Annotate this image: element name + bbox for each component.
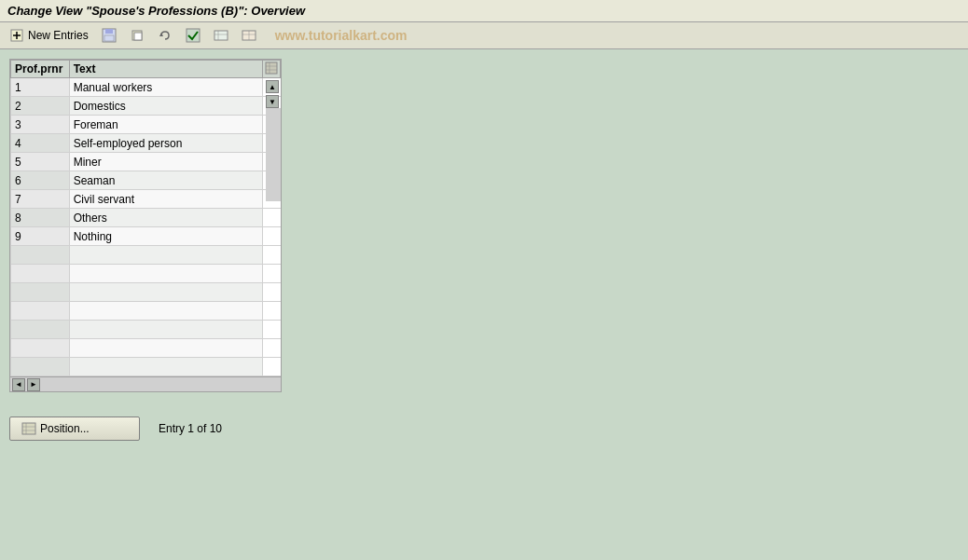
table-row[interactable]: 1Manual workers <box>11 78 281 97</box>
table-body: 1Manual workers2Domestics3Foreman4Self-e… <box>11 78 281 376</box>
table-row[interactable] <box>11 265 281 283</box>
table-row[interactable]: 3Foreman <box>11 116 281 134</box>
svg-rect-4 <box>105 29 113 34</box>
table-row[interactable]: 4Self-employed person <box>11 134 281 153</box>
check-icon <box>186 28 201 43</box>
new-entries-label: New Entries <box>28 29 89 42</box>
col-header-text: Text <box>69 61 263 78</box>
cell-text: Seaman <box>69 171 263 190</box>
col-header-icon[interactable] <box>263 61 281 78</box>
cell-prof-prnr <box>11 283 70 302</box>
cell-text: Self-employed person <box>69 134 263 153</box>
cell-prof-prnr: 6 <box>11 171 70 190</box>
cell-text: Manual workers <box>69 78 263 97</box>
cell-prof-prnr: 7 <box>11 190 70 209</box>
cell-text <box>69 265 263 283</box>
save-button[interactable] <box>98 26 120 45</box>
cell-text <box>69 302 263 321</box>
watermark: www.tutorialkart.com <box>275 28 408 43</box>
position-button-label: Position... <box>40 422 90 435</box>
table-row[interactable]: 6Seaman <box>11 171 281 190</box>
svg-rect-20 <box>22 423 35 434</box>
undo-button[interactable] <box>154 26 176 45</box>
new-entries-icon <box>9 28 24 43</box>
cell-text <box>69 339 263 358</box>
page-title: Change View "Spouse's Professions (B)": … <box>7 4 305 18</box>
toolbar-icon-3[interactable] <box>182 26 204 45</box>
cell-prof-prnr <box>11 302 70 321</box>
cell-text: Others <box>69 209 263 227</box>
table-row[interactable] <box>11 358 281 376</box>
scroll-left-button[interactable]: ◄ <box>12 378 25 391</box>
table-row[interactable]: 2Domestics <box>11 97 281 116</box>
table-row[interactable] <box>11 302 281 321</box>
scroll-up-button[interactable]: ▲ <box>266 80 279 93</box>
scroll-right-button[interactable]: ► <box>27 378 40 391</box>
cell-prof-prnr: 2 <box>11 97 70 116</box>
scroll-down-button[interactable]: ▼ <box>266 95 279 108</box>
cell-prof-prnr: 3 <box>11 116 70 134</box>
new-entries-button[interactable]: New Entries <box>6 26 92 45</box>
position-icon <box>21 421 36 436</box>
table-row[interactable]: 5Miner <box>11 153 281 171</box>
table-container: ▲ ▼ Prof.prnr Text <box>9 59 282 392</box>
cell-text <box>69 246 263 265</box>
cell-text <box>69 321 263 339</box>
cell-text <box>69 283 263 302</box>
cell-text: Foreman <box>69 116 263 134</box>
toolbar-icon-1[interactable] <box>126 26 148 45</box>
svg-rect-16 <box>266 62 277 74</box>
col-header-prof-prnr: Prof.prnr <box>11 61 70 78</box>
cell-prof-prnr: 9 <box>11 227 70 246</box>
svg-rect-5 <box>104 35 114 41</box>
entry-info: Entry 1 of 10 <box>159 422 222 435</box>
export-icon <box>214 28 228 43</box>
table-row[interactable] <box>11 246 281 265</box>
table-row[interactable] <box>11 283 281 302</box>
table-row[interactable] <box>11 321 281 339</box>
cell-text: Nothing <box>69 227 263 246</box>
table-row[interactable]: 9Nothing <box>11 227 281 246</box>
cell-text <box>69 358 263 376</box>
toolbar: New Entries <box>0 22 968 49</box>
cell-prof-prnr <box>11 265 70 283</box>
toolbar-icon-5[interactable] <box>238 26 260 45</box>
save-icon <box>102 28 117 43</box>
cell-prof-prnr: 5 <box>11 153 70 171</box>
copy-icon <box>130 28 145 43</box>
cell-prof-prnr <box>11 358 70 376</box>
column-settings-icon <box>265 61 278 75</box>
horizontal-scrollbar[interactable]: ◄ ► <box>10 376 281 391</box>
data-table: Prof.prnr Text 1Ma <box>10 60 281 376</box>
cell-prof-prnr: 8 <box>11 209 70 227</box>
cell-prof-prnr <box>11 246 70 265</box>
toolbar-icon-4[interactable] <box>210 26 232 45</box>
cell-text: Domestics <box>69 97 263 116</box>
cell-text: Miner <box>69 153 263 171</box>
title-bar: Change View "Spouse's Professions (B)": … <box>0 0 968 22</box>
cell-prof-prnr: 4 <box>11 134 70 153</box>
settings-icon <box>242 28 256 43</box>
cell-prof-prnr: 1 <box>11 78 70 97</box>
position-button[interactable]: Position... <box>9 417 140 441</box>
table-row[interactable]: 7Civil servant <box>11 190 281 209</box>
table-row[interactable] <box>11 339 281 358</box>
cell-prof-prnr <box>11 339 70 358</box>
bottom-bar: Position... Entry 1 of 10 <box>0 402 968 456</box>
cell-prof-prnr <box>11 321 70 339</box>
svg-rect-10 <box>214 31 228 40</box>
table-row[interactable]: 8Others <box>11 209 281 227</box>
main-content: ▲ ▼ Prof.prnr Text <box>0 49 968 402</box>
svg-rect-7 <box>134 33 142 40</box>
scrollbar-track <box>266 108 281 201</box>
undo-icon <box>158 28 173 43</box>
cell-text: Civil servant <box>69 190 263 209</box>
